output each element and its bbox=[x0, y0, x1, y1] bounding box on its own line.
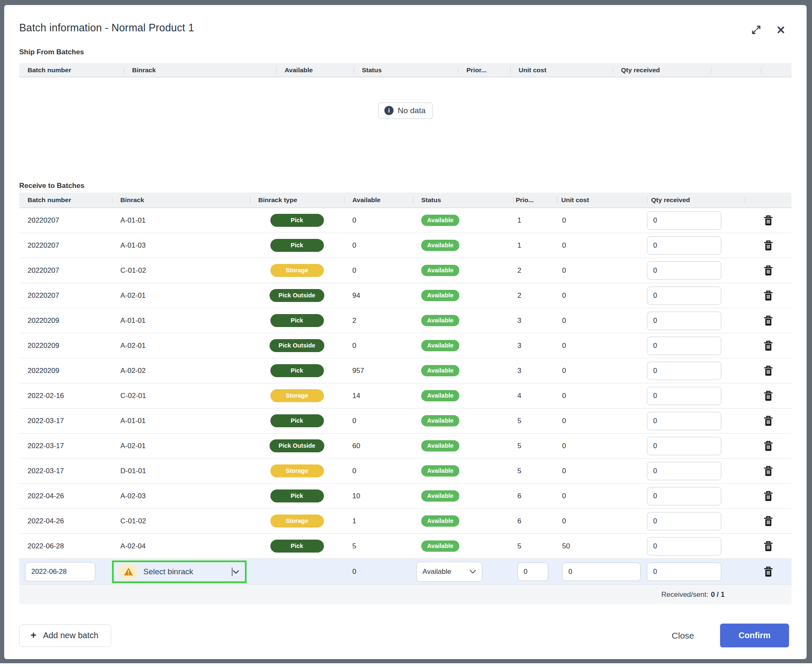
expand-icon bbox=[751, 25, 761, 35]
add-new-batch-button[interactable]: + Add new batch bbox=[19, 624, 111, 647]
ship-table-header: Batch numberBinrackAvailableStatusPrior.… bbox=[19, 63, 792, 77]
dialog-header: Batch information - Normal Product 1 bbox=[19, 22, 792, 36]
binrack-type-badge: Storage bbox=[270, 389, 324, 402]
dialog-title: Batch information - Normal Product 1 bbox=[19, 22, 194, 34]
status-badge: Available bbox=[421, 490, 459, 502]
binrack-type-badge: Pick Outside bbox=[270, 289, 325, 302]
qty-received-input[interactable] bbox=[647, 337, 721, 355]
delete-row-button[interactable] bbox=[761, 464, 776, 478]
status-select[interactable]: Available bbox=[416, 562, 482, 582]
column-header-status: Status bbox=[354, 66, 458, 74]
receive-table-header: Batch numberBinrackBinrack typeAvailable… bbox=[19, 193, 792, 208]
qty-received-input[interactable] bbox=[647, 211, 721, 230]
qty-received-input[interactable] bbox=[647, 312, 721, 330]
table-row: 2022-02-16 C-02-01 Storage 14 Available … bbox=[19, 383, 792, 408]
delete-row-button[interactable] bbox=[761, 539, 776, 553]
binrack-cell: A-02-01 bbox=[112, 342, 250, 350]
status-badge: Available bbox=[421, 415, 459, 426]
qty-received-input[interactable] bbox=[647, 362, 721, 380]
priority-input[interactable] bbox=[517, 563, 548, 581]
priority-cell: 2 bbox=[513, 292, 557, 300]
binrack-cell: A-02-04 bbox=[112, 542, 250, 550]
trash-icon bbox=[764, 416, 773, 426]
batch-number-cell: 20220209 bbox=[19, 367, 112, 375]
qty-received-input[interactable] bbox=[647, 261, 721, 280]
binrack-type-badge: Pick bbox=[270, 540, 324, 553]
delete-row-button[interactable] bbox=[761, 389, 776, 403]
unit-cost-cell: 0 bbox=[557, 241, 647, 250]
plus-icon: + bbox=[31, 630, 36, 640]
delete-row-button[interactable] bbox=[761, 213, 776, 228]
delete-row-button[interactable] bbox=[761, 238, 776, 253]
table-row: 20220209 A-02-02 Pick 957 Available 3 0 bbox=[19, 358, 792, 383]
priority-cell: 5 bbox=[513, 542, 557, 550]
trash-icon bbox=[764, 365, 773, 376]
priority-cell: 1 bbox=[513, 241, 557, 250]
delete-row-button[interactable] bbox=[761, 364, 776, 378]
chevron-down-icon bbox=[230, 567, 240, 577]
add-new-batch-label: Add new batch bbox=[43, 631, 98, 640]
qty-received-input[interactable] bbox=[647, 387, 721, 405]
close-button[interactable] bbox=[775, 24, 787, 36]
qty-received-input[interactable] bbox=[647, 462, 721, 480]
unit-cost-cell: 0 bbox=[557, 492, 647, 500]
table-row: 2022-04-26 C-01-02 Storage 1 Available 6… bbox=[19, 509, 792, 534]
batch-number-cell: 20220207 bbox=[19, 216, 112, 225]
delete-row-button[interactable] bbox=[761, 289, 776, 303]
unit-cost-input[interactable] bbox=[562, 563, 641, 581]
qty-received-input[interactable] bbox=[647, 287, 721, 305]
unit-cost-cell: 0 bbox=[557, 292, 647, 300]
qty-received-input[interactable] bbox=[647, 563, 721, 581]
close-dialog-button[interactable]: Close bbox=[669, 630, 697, 641]
column-header-available: Available bbox=[344, 196, 413, 204]
delete-row-button[interactable] bbox=[761, 264, 776, 278]
column-header-available: Available bbox=[276, 66, 354, 74]
unit-cost-cell: 0 bbox=[557, 342, 647, 350]
status-badge: Available bbox=[421, 215, 459, 226]
table-row: 20220207 A-01-01 Pick 0 Available 1 0 bbox=[19, 208, 792, 233]
select-binrack-dropdown[interactable]: Select binrack bbox=[112, 560, 247, 583]
qty-received-input[interactable] bbox=[647, 236, 721, 255]
delete-row-button[interactable] bbox=[761, 489, 776, 503]
delete-row-button[interactable] bbox=[761, 439, 776, 453]
available-cell: 1 bbox=[344, 517, 413, 525]
qty-received-input[interactable] bbox=[647, 512, 721, 530]
batch-number-cell: 2022-04-26 bbox=[19, 492, 112, 500]
available-cell: 14 bbox=[344, 392, 413, 400]
table-row: 2022-03-17 A-01-01 Pick 0 Available 5 0 bbox=[19, 408, 792, 434]
column-header-unit-cost: Unit cost bbox=[557, 196, 647, 204]
unit-cost-cell: 0 bbox=[557, 392, 647, 400]
received-sent-label: Received/sent: bbox=[661, 591, 708, 599]
delete-row-button[interactable] bbox=[761, 339, 776, 353]
unit-cost-cell: 50 bbox=[557, 542, 647, 550]
qty-received-input[interactable] bbox=[647, 537, 721, 555]
delete-row-button[interactable] bbox=[761, 514, 776, 528]
qty-received-input[interactable] bbox=[647, 437, 721, 455]
qty-received-input[interactable] bbox=[647, 412, 721, 430]
available-cell: 957 bbox=[344, 367, 413, 375]
column-header-qty-received: Qty received bbox=[647, 196, 745, 204]
ship-from-batches-title: Ship From Batches bbox=[19, 48, 792, 56]
available-cell: 0 bbox=[344, 216, 413, 225]
status-badge: Available bbox=[421, 515, 459, 527]
unit-cost-cell: 0 bbox=[557, 442, 647, 450]
column-header-binrack: Binrack bbox=[124, 66, 276, 74]
qty-received-input[interactable] bbox=[647, 487, 721, 505]
available-cell: 2 bbox=[344, 317, 413, 325]
batch-number-cell: 2022-03-17 bbox=[19, 417, 112, 425]
batch-number-cell: 2022-04-26 bbox=[19, 517, 112, 525]
delete-row-button[interactable] bbox=[761, 414, 776, 428]
confirm-button[interactable]: Confirm bbox=[720, 624, 789, 647]
delete-row-button[interactable] bbox=[761, 314, 776, 328]
trash-icon bbox=[764, 290, 773, 301]
no-data-label: No data bbox=[398, 106, 426, 115]
expand-button[interactable] bbox=[750, 23, 763, 36]
column-header-prio: Prio... bbox=[513, 196, 557, 204]
trash-icon bbox=[764, 240, 773, 251]
batch-date-input[interactable] bbox=[25, 562, 95, 581]
status-select-value: Available bbox=[423, 568, 451, 576]
available-cell: 0 bbox=[344, 241, 413, 250]
binrack-cell: A-01-01 bbox=[112, 317, 250, 325]
delete-row-button[interactable] bbox=[761, 565, 776, 579]
table-row: 20220209 A-01-01 Pick 2 Available 3 0 bbox=[19, 308, 792, 333]
